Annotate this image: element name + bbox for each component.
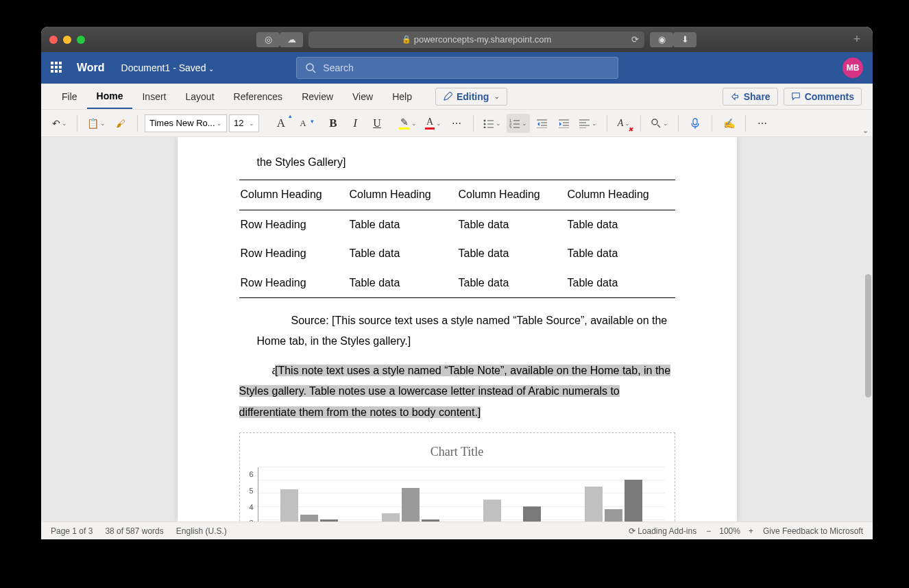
note-letter: a. [239, 360, 272, 381]
tab-home[interactable]: Home [87, 84, 133, 109]
tab-layout[interactable]: Layout [175, 84, 223, 109]
tab-references[interactable]: References [224, 84, 293, 109]
tab-help[interactable]: Help [383, 84, 422, 109]
embedded-chart[interactable]: Chart Title 65432 [239, 432, 675, 522]
language-status[interactable]: English (U.S.) [176, 526, 227, 536]
table-note: a. [This note text uses a style named “T… [239, 360, 675, 423]
share-button[interactable]: Share [723, 88, 778, 106]
chart-bar [625, 480, 642, 522]
chart-title: Chart Title [250, 440, 665, 463]
share-icon [730, 92, 740, 101]
pencil-icon [443, 92, 452, 101]
font-family-select[interactable]: Times New Ro...⌄ [145, 114, 227, 132]
chart-y-axis: 65432 [250, 467, 258, 522]
find-button[interactable]: ⌄ [648, 114, 671, 133]
svg-rect-28 [693, 119, 697, 125]
paste-button[interactable]: 📋⌄ [84, 114, 108, 133]
shrink-font-button[interactable]: A▾ [293, 114, 313, 133]
document-status[interactable]: - Saved ⌄ [173, 62, 214, 73]
svg-point-4 [484, 123, 486, 125]
browser-titlebar: ◎ ☁ 🔒 powerconcepts-my.sharepoint.com ⟳ … [41, 27, 873, 52]
collapse-ribbon-button[interactable]: ⌄ [862, 126, 869, 135]
numbering-button[interactable]: 123⌄ [507, 114, 530, 133]
feedback-link[interactable]: Give Feedback to Microsoft [763, 526, 863, 536]
zoom-control[interactable]: − 100% + [706, 526, 753, 536]
reader-icon[interactable]: ◉ [650, 32, 673, 47]
align-button[interactable]: ⌄ [577, 114, 600, 133]
zoom-out-button[interactable]: − [706, 526, 711, 536]
page-count[interactable]: Page 1 of 3 [51, 526, 93, 536]
format-painter-button[interactable]: 🖌 [111, 114, 130, 133]
document-page[interactable]: the Styles Gallery] Column Heading Colum… [178, 137, 737, 522]
table-header: Column Heading [239, 180, 348, 210]
sample-table[interactable]: Column Heading Column Heading Column Hea… [239, 180, 675, 298]
cloud-icon[interactable]: ☁ [280, 32, 303, 47]
vertical-scrollbar[interactable] [865, 274, 871, 397]
underline-button[interactable]: U [367, 114, 387, 133]
table-header: Column Heading [348, 180, 457, 210]
table-header-row: Column Heading Column Heading Column Hea… [239, 180, 675, 210]
editor-button[interactable]: ✍ [719, 114, 738, 133]
close-window-button[interactable] [49, 36, 58, 44]
dictate-button[interactable] [686, 114, 705, 133]
grow-font-button[interactable]: A▴ [271, 114, 291, 133]
app-window: ◎ ☁ 🔒 powerconcepts-my.sharepoint.com ⟳ … [41, 27, 873, 539]
chart-bar [300, 515, 318, 522]
status-bar: Page 1 of 3 38 of 587 words English (U.S… [41, 522, 873, 539]
new-tab-button[interactable]: + [849, 32, 864, 47]
chart-bar [585, 487, 603, 522]
highlight-button[interactable]: ✎⌄ [396, 114, 420, 133]
tab-view[interactable]: View [343, 84, 383, 109]
font-color-button[interactable]: A⌄ [422, 114, 444, 133]
privacy-icon[interactable]: ◎ [256, 32, 280, 47]
word-count[interactable]: 38 of 587 words [105, 526, 163, 536]
dictate-icon [690, 118, 701, 129]
svg-point-26 [652, 119, 657, 125]
decrease-indent-button[interactable] [533, 114, 552, 133]
table-header: Column Heading [566, 180, 675, 210]
svg-text:3: 3 [509, 125, 512, 128]
clear-formatting-button[interactable]: A✖⌄ [614, 114, 633, 133]
outdent-icon [537, 119, 548, 128]
bold-button[interactable]: B [324, 114, 343, 133]
ribbon-tabs: File Home Insert Layout References Revie… [41, 84, 873, 110]
bullets-button[interactable]: ⌄ [481, 114, 504, 133]
addins-status[interactable]: ⟳ Loading Add-ins [629, 526, 696, 536]
body-text-fragment: the Styles Gallery] [239, 137, 675, 173]
address-bar[interactable]: 🔒 powerconcepts-my.sharepoint.com ⟳ [308, 32, 644, 48]
chart-bar [280, 489, 298, 522]
svg-point-6 [484, 126, 486, 128]
maximize-window-button[interactable] [77, 36, 85, 44]
tab-insert[interactable]: Insert [132, 84, 175, 109]
italic-button[interactable]: I [346, 114, 365, 133]
comments-button[interactable]: Comments [784, 88, 862, 106]
chart-bar [402, 488, 420, 522]
chart-bar [605, 509, 622, 522]
document-canvas[interactable]: the Styles Gallery] Column Heading Colum… [41, 137, 873, 522]
app-launcher-icon[interactable] [51, 62, 63, 74]
undo-button[interactable]: ↶⌄ [49, 114, 70, 133]
font-size-select[interactable]: 12⌄ [229, 114, 259, 132]
tab-review[interactable]: Review [292, 84, 343, 109]
more-font-button[interactable]: ⋯ [447, 114, 466, 133]
bullets-icon [483, 119, 494, 128]
find-icon [651, 118, 662, 129]
minimize-window-button[interactable] [63, 36, 71, 44]
note-text-selected: [This note text uses a style named “Tabl… [239, 365, 671, 418]
downloads-icon[interactable]: ⬇ [673, 32, 696, 47]
search-input[interactable]: Search [296, 57, 618, 79]
svg-point-2 [484, 119, 486, 121]
user-avatar[interactable]: MB [843, 58, 863, 78]
app-name[interactable]: Word [77, 62, 105, 74]
search-icon [305, 62, 316, 73]
document-name[interactable]: Document1 [121, 62, 171, 73]
more-commands-button[interactable]: ⋯ [753, 114, 772, 133]
chart-plot-area [258, 467, 665, 522]
increase-indent-button[interactable] [555, 114, 574, 133]
table-row: Row HeadingTable dataTable dataTable dat… [239, 239, 675, 268]
tab-file[interactable]: File [52, 84, 87, 109]
reload-icon[interactable]: ⟳ [631, 34, 639, 45]
comment-icon [791, 92, 801, 101]
zoom-in-button[interactable]: + [749, 526, 753, 536]
editing-mode-button[interactable]: Editing⌄ [435, 88, 507, 106]
